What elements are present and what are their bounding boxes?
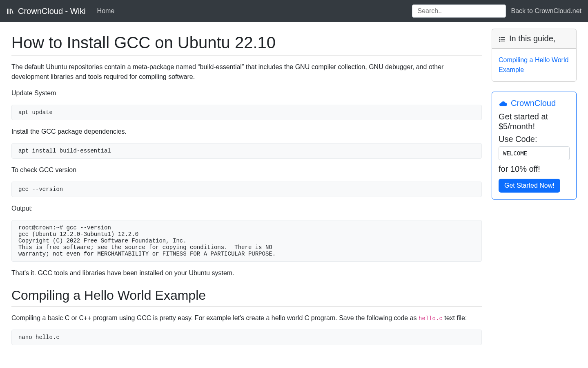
promo-use-code-label: Use Code: — [499, 135, 570, 144]
toc-title: In this guide, — [509, 34, 555, 43]
cloud-icon — [499, 99, 508, 108]
promo-off-text: for 10% off! — [499, 164, 570, 174]
inline-code-hello: hello.c — [419, 315, 443, 322]
navbar: CrownCloud - Wiki Home Back to CrownClou… — [0, 0, 588, 22]
promo-code-box: WELCOME — [499, 146, 570, 160]
brand-link[interactable]: CrownCloud - Wiki — [7, 7, 86, 16]
promo-brand-text: CrownCloud — [511, 99, 556, 108]
toc-header: In this guide, — [492, 29, 576, 49]
svg-point-4 — [499, 39, 500, 40]
install-label: Install the GCC package dependencies. — [11, 127, 482, 137]
get-started-button[interactable]: Get Started Now! — [499, 179, 560, 193]
sidebar: In this guide, Compiling a Hello World E… — [492, 29, 577, 352]
books-icon — [7, 7, 15, 16]
back-link[interactable]: Back to CrownCloud.net — [511, 7, 581, 15]
check-label: To check GCC version — [11, 165, 482, 175]
code-gcc-version: gcc --version — [11, 182, 482, 197]
compile-intro-a: Compiling a basic C or C++ program using… — [11, 314, 419, 321]
compile-intro: Compiling a basic C or C++ program using… — [11, 313, 482, 323]
divider — [11, 55, 482, 56]
promo-brand[interactable]: CrownCloud — [499, 99, 570, 108]
output-label: Output: — [11, 204, 482, 213]
update-label: Update System — [11, 88, 482, 98]
code-output: root@crown:~# gcc --version gcc (Ubuntu … — [11, 220, 482, 262]
divider — [11, 306, 482, 307]
intro-paragraph: The default Ubuntu repositories contain … — [11, 62, 482, 82]
svg-point-3 — [499, 37, 500, 38]
code-apt-update: apt update — [11, 105, 482, 120]
brand-text: CrownCloud - Wiki — [18, 7, 86, 16]
section-compile-title: Compiling a Hello World Example — [11, 288, 482, 303]
toc-link-compile[interactable]: Compiling a Hello World Example — [499, 55, 570, 75]
toc-card: In this guide, Compiling a Hello World E… — [492, 29, 577, 82]
nav-home[interactable]: Home — [92, 4, 120, 18]
list-icon — [499, 34, 506, 43]
promo-card: CrownCloud Get started at $5/month! Use … — [492, 92, 577, 200]
page-title: How to Install GCC on Ubuntu 22.10 — [11, 34, 482, 52]
search-input[interactable] — [412, 4, 506, 18]
code-apt-install: apt install build-essential — [11, 143, 482, 159]
compile-intro-b: text file: — [443, 314, 467, 321]
code-nano: nano hello.c — [11, 330, 482, 345]
promo-tagline: Get started at $5/month! — [499, 112, 570, 131]
done-paragraph: That's it. GCC tools and libraries have … — [11, 268, 482, 278]
svg-point-5 — [499, 40, 500, 41]
article-main: How to Install GCC on Ubuntu 22.10 The d… — [11, 29, 482, 352]
